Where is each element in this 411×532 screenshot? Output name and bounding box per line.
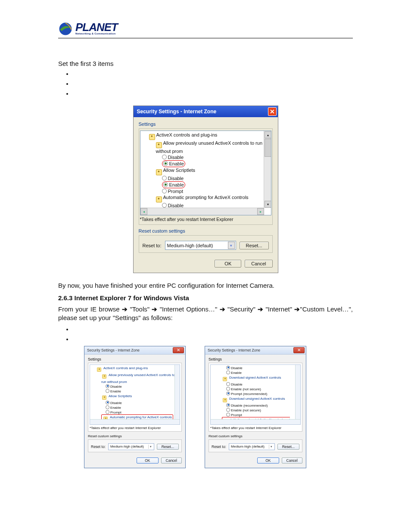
security-settings-dialog-xp: Security Settings - Internet Zone ✕ Sett… xyxy=(133,106,278,273)
vista-bullets xyxy=(73,326,353,342)
activex-icon: ✦ xyxy=(156,142,162,148)
reset-to-label: Reset to: xyxy=(143,243,162,248)
reset-button[interactable]: Reset... xyxy=(277,444,299,450)
logo-subtitle: Networking & Communication xyxy=(75,32,118,35)
reset-to-label: Reset to: xyxy=(91,445,106,449)
vertical-scrollbar[interactable] xyxy=(174,365,180,424)
settings-group-label: Settings xyxy=(209,357,302,361)
activex-icon: ✦ xyxy=(156,169,162,175)
reset-group-label: Reset custom settings xyxy=(139,228,273,233)
restart-note: *Takes effect after you restart Internet… xyxy=(210,426,301,430)
globe-icon xyxy=(58,22,73,36)
horizontal-scrollbar[interactable] xyxy=(90,419,180,424)
radio-disable[interactable] xyxy=(226,403,230,407)
intro-line: Set the first 3 items xyxy=(58,60,353,67)
radio-enable[interactable] xyxy=(106,389,109,393)
radio-enable[interactable] xyxy=(163,161,168,166)
list-item xyxy=(73,336,353,342)
radio-disable[interactable] xyxy=(226,382,230,386)
reset-to-select[interactable]: Medium-high (default) ▾ xyxy=(165,241,236,250)
settings-group-label: Settings xyxy=(139,121,273,127)
list-item xyxy=(73,71,353,77)
settings-tree[interactable]: Disable Enable ✦Download signed ActiveX … xyxy=(210,364,301,425)
logo: PLANET Networking & Communication xyxy=(58,22,118,36)
activex-icon: ✦ xyxy=(223,377,227,381)
intro-bullets xyxy=(73,71,353,97)
list-item xyxy=(73,81,353,87)
radio-enable[interactable] xyxy=(106,405,109,409)
reset-group-label: Reset custom settings xyxy=(88,434,182,438)
dialog-title: Security Settings - Internet Zone xyxy=(137,109,217,115)
radio-disable[interactable] xyxy=(162,203,167,208)
chevron-down-icon[interactable]: ▾ xyxy=(228,242,235,249)
vertical-scrollbar[interactable]: ▴ ▾ xyxy=(264,131,271,208)
scroll-thumb[interactable] xyxy=(265,139,271,157)
settings-group-label: Settings xyxy=(88,357,182,361)
scroll-right-icon[interactable]: ▸ xyxy=(257,208,264,215)
ok-button[interactable]: OK xyxy=(215,260,241,268)
reset-to-select[interactable]: Medium-high (default) ▾ xyxy=(229,443,275,450)
close-icon[interactable]: ✕ xyxy=(293,347,305,353)
radio-disable[interactable] xyxy=(162,176,167,180)
close-icon[interactable]: ✕ xyxy=(173,347,184,353)
security-settings-dialog-vista-a: Security Settings - Internet Zone ✕ Sett… xyxy=(84,346,186,468)
paragraph: By now, you have finished your entire PC… xyxy=(58,282,353,289)
radio-disable[interactable] xyxy=(106,384,109,388)
cancel-button[interactable]: Cancel xyxy=(282,457,302,464)
chevron-down-icon[interactable]: ▾ xyxy=(269,445,274,449)
activex-icon: ✦ xyxy=(149,134,155,140)
reset-button[interactable]: Reset... xyxy=(240,242,269,249)
chevron-down-icon[interactable]: ▾ xyxy=(148,445,153,449)
settings-tree[interactable]: ✦ActiveX controls and plug-ins ✦Allow pr… xyxy=(90,364,180,425)
paragraph: From your IE browse ➔ "Tools" ➔ "Interne… xyxy=(58,305,353,323)
activex-icon: ✦ xyxy=(97,367,101,372)
radio-enable[interactable] xyxy=(163,182,168,187)
activex-icon: ✦ xyxy=(156,196,162,202)
section-title: 2.6.3 Internet Explorer 7 for Windows Vi… xyxy=(58,294,353,302)
close-icon[interactable]: ✕ xyxy=(268,107,277,116)
radio-enable[interactable] xyxy=(226,370,230,374)
activex-icon: ✦ xyxy=(102,374,106,379)
dialog-titlebar[interactable]: Security Settings - Internet Zone ✕ xyxy=(205,346,306,355)
activex-icon: ✦ xyxy=(223,398,227,402)
settings-tree[interactable]: ✦ActiveX controls and plug-ins ✦Allow pr… xyxy=(140,131,271,215)
list-item xyxy=(73,326,353,333)
restart-note: *Takes effect after you restart Internet… xyxy=(90,426,180,430)
ok-button[interactable]: OK xyxy=(137,457,158,464)
horizontal-scrollbar[interactable]: ◂ ▸ xyxy=(140,208,264,215)
dialog-titlebar[interactable]: Security Settings - Internet Zone ✕ xyxy=(84,346,185,355)
list-item xyxy=(73,90,353,97)
vertical-scrollbar[interactable] xyxy=(295,365,300,424)
scroll-left-icon[interactable]: ◂ xyxy=(140,208,147,215)
security-settings-dialog-vista-b: Security Settings - Internet Zone ✕ Sett… xyxy=(205,346,306,468)
radio-disable[interactable] xyxy=(162,155,167,159)
cancel-button[interactable]: Cancel xyxy=(161,457,182,464)
scroll-up-icon[interactable]: ▴ xyxy=(265,131,271,138)
cancel-button[interactable]: Cancel xyxy=(245,260,272,268)
horizontal-scrollbar[interactable] xyxy=(211,419,300,424)
radio-enable[interactable] xyxy=(226,408,230,412)
reset-to-label: Reset to: xyxy=(212,445,226,449)
radio-prompt[interactable] xyxy=(226,413,230,417)
radio-disable[interactable] xyxy=(226,366,230,370)
radio-disable[interactable] xyxy=(106,401,109,404)
activex-icon: ✦ xyxy=(102,395,106,400)
restart-note: *Takes effect after you restart Internet… xyxy=(140,217,271,222)
reset-group-label: Reset custom settings xyxy=(209,434,302,438)
ok-button[interactable]: OK xyxy=(257,457,279,464)
radio-enable[interactable] xyxy=(226,387,230,391)
radio-prompt[interactable] xyxy=(226,392,230,395)
dialog-titlebar[interactable]: Security Settings - Internet Zone ✕ xyxy=(134,106,278,117)
scroll-down-icon[interactable]: ▾ xyxy=(265,201,271,208)
logo-text: PLANET xyxy=(75,23,118,32)
reset-to-select[interactable]: Medium-high (default) ▾ xyxy=(108,443,154,450)
radio-prompt[interactable] xyxy=(106,410,109,414)
reset-button[interactable]: Reset... xyxy=(157,444,179,450)
radio-prompt[interactable] xyxy=(162,189,167,193)
